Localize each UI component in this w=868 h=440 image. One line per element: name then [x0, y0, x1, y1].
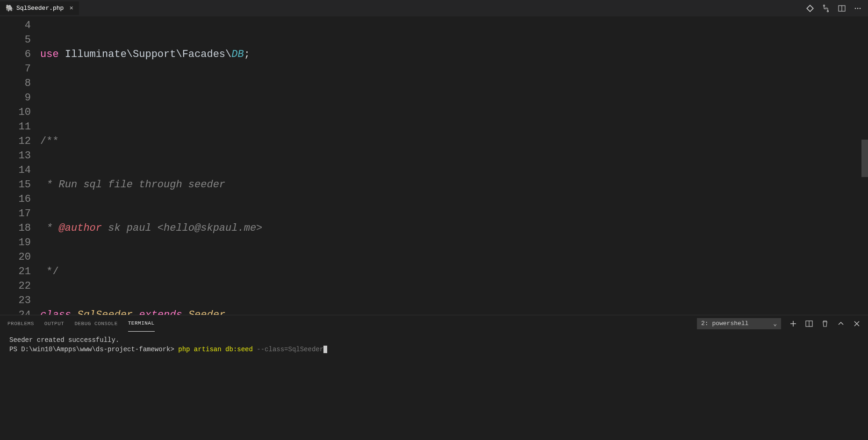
- more-actions-icon[interactable]: [854, 5, 861, 12]
- svg-point-6: [860, 7, 861, 9]
- line-number-gutter: 4 5 6 7 8 9 10 11 12 13 14 15 16 17 18 1…: [0, 18, 40, 315]
- tab-filename: SqlSeeder.php: [16, 5, 64, 12]
- editor-area[interactable]: 4 5 6 7 8 9 10 11 12 13 14 15 16 17 18 1…: [0, 16, 868, 315]
- panel-tab-output[interactable]: OUTPUT: [44, 315, 65, 332]
- terminal-selector[interactable]: 2: powershell ⌄: [697, 318, 781, 329]
- code-line: use Illuminate\Support\Facades\DB;: [40, 47, 868, 62]
- terminal-cursor: [323, 346, 327, 353]
- tab-actions: [806, 5, 868, 12]
- compare-icon[interactable]: [822, 5, 830, 12]
- close-tab-icon[interactable]: ×: [69, 5, 73, 12]
- chevron-down-icon: ⌄: [773, 320, 777, 327]
- kill-terminal-icon[interactable]: [821, 320, 829, 327]
- panel-tab-terminal[interactable]: TERMINAL: [128, 315, 155, 332]
- terminal-content[interactable]: Seeder created successfully. PS D:\win10…: [0, 332, 868, 358]
- code-content[interactable]: use Illuminate\Support\Facades\DB; /** *…: [40, 18, 868, 315]
- close-panel-icon[interactable]: [853, 320, 861, 327]
- code-line: class SqlSeeder extends Seeder: [40, 308, 868, 315]
- code-line: */: [40, 264, 868, 279]
- panel-tab-debug-console[interactable]: DEBUG CONSOLE: [74, 315, 117, 332]
- new-terminal-icon[interactable]: [789, 320, 797, 327]
- panel-tab-problems[interactable]: PROBLEMS: [7, 315, 34, 332]
- code-line: /**: [40, 134, 868, 149]
- scrollbar-thumb[interactable]: [861, 140, 868, 177]
- split-editor-icon[interactable]: [838, 5, 846, 12]
- tabs: 🐘 SqlSeeder.php ×: [0, 1, 79, 15]
- terminal-line: PS D:\win10\Ampps\www\ds-project-famewor…: [9, 345, 859, 354]
- editor-tab-sqlseeder[interactable]: 🐘 SqlSeeder.php ×: [0, 1, 79, 15]
- tab-bar: 🐘 SqlSeeder.php ×: [0, 0, 868, 16]
- php-icon: 🐘: [6, 4, 14, 12]
- maximize-panel-icon[interactable]: [837, 320, 845, 327]
- bottom-panel: PROBLEMS OUTPUT DEBUG CONSOLE TERMINAL 2…: [0, 315, 868, 440]
- svg-point-5: [857, 7, 859, 9]
- terminal-selector-label: 2: powershell: [701, 320, 748, 327]
- source-control-icon[interactable]: [806, 5, 814, 12]
- panel-tabs: PROBLEMS OUTPUT DEBUG CONSOLE TERMINAL 2…: [0, 315, 868, 332]
- code-line: * @author sk paul <hello@skpaul.me>: [40, 221, 868, 235]
- editor-scrollbar[interactable]: [861, 18, 868, 315]
- code-line: [40, 91, 868, 105]
- code-line: * Run sql file through seeder: [40, 177, 868, 192]
- split-terminal-icon[interactable]: [805, 320, 813, 327]
- svg-point-4: [855, 7, 856, 9]
- terminal-line: Seeder created successfully.: [9, 335, 859, 345]
